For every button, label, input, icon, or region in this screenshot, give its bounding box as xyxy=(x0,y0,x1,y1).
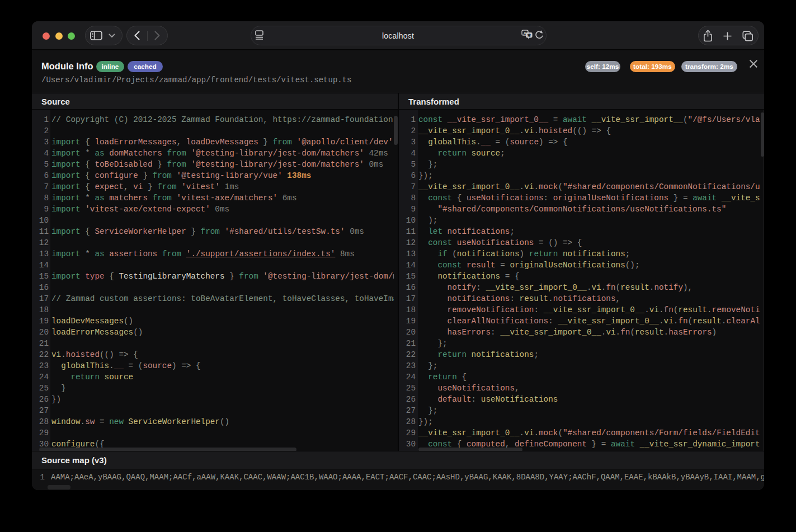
svg-text:✱: ✱ xyxy=(527,33,531,38)
